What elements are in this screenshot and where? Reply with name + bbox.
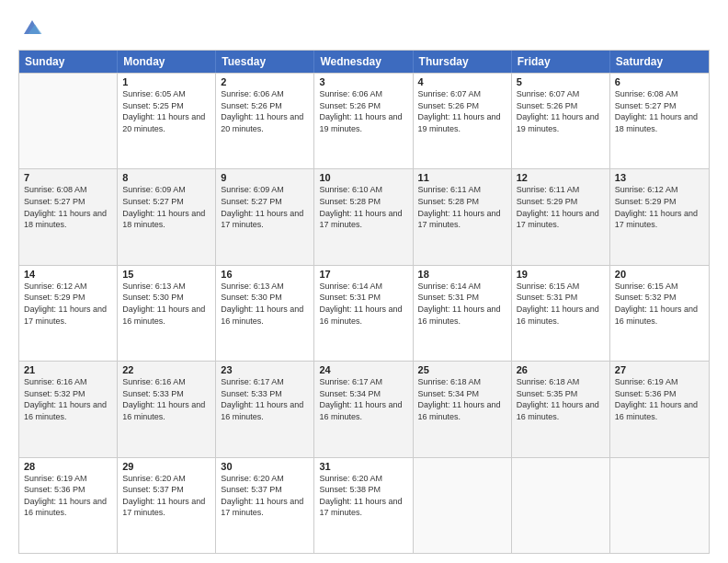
sun-info: Sunrise: 6:07 AMSunset: 5:26 PMDaylight:… bbox=[418, 88, 506, 134]
day-number: 23 bbox=[221, 364, 309, 375]
calendar-cell: 7Sunrise: 6:08 AMSunset: 5:27 PMDaylight… bbox=[19, 169, 118, 264]
calendar-cell: 25Sunrise: 6:18 AMSunset: 5:34 PMDayligh… bbox=[414, 362, 512, 456]
day-number: 24 bbox=[319, 364, 407, 375]
day-number: 4 bbox=[418, 76, 506, 87]
calendar-cell: 8Sunrise: 6:09 AMSunset: 5:27 PMDaylight… bbox=[118, 169, 216, 264]
day-number: 21 bbox=[24, 364, 112, 375]
calendar-row: 21Sunrise: 6:16 AMSunset: 5:32 PMDayligh… bbox=[19, 361, 709, 456]
calendar-cell: 1Sunrise: 6:05 AMSunset: 5:25 PMDaylight… bbox=[118, 74, 216, 168]
sun-info: Sunrise: 6:06 AMSunset: 5:26 PMDaylight:… bbox=[319, 88, 407, 134]
day-number: 17 bbox=[319, 269, 407, 280]
calendar-cell: 24Sunrise: 6:17 AMSunset: 5:34 PMDayligh… bbox=[314, 362, 413, 456]
day-number: 27 bbox=[615, 364, 704, 375]
day-number: 31 bbox=[319, 461, 407, 472]
calendar-header: SundayMondayTuesdayWednesdayThursdayFrid… bbox=[19, 51, 709, 73]
sun-info: Sunrise: 6:13 AMSunset: 5:30 PMDaylight:… bbox=[122, 281, 210, 327]
day-number: 18 bbox=[418, 269, 506, 280]
calendar: SundayMondayTuesdayWednesdayThursdayFrid… bbox=[18, 50, 710, 554]
day-number: 19 bbox=[517, 269, 605, 280]
sun-info: Sunrise: 6:18 AMSunset: 5:34 PMDaylight:… bbox=[418, 376, 506, 422]
day-number: 30 bbox=[221, 461, 309, 472]
calendar-cell: 2Sunrise: 6:06 AMSunset: 5:26 PMDaylight… bbox=[216, 74, 314, 168]
sun-info: Sunrise: 6:16 AMSunset: 5:33 PMDaylight:… bbox=[122, 376, 210, 422]
calendar-cell: 19Sunrise: 6:15 AMSunset: 5:31 PMDayligh… bbox=[512, 266, 610, 361]
sun-info: Sunrise: 6:09 AMSunset: 5:27 PMDaylight:… bbox=[122, 184, 210, 230]
day-number: 8 bbox=[122, 172, 210, 183]
calendar-cell: 20Sunrise: 6:15 AMSunset: 5:32 PMDayligh… bbox=[610, 266, 709, 361]
calendar-cell: 12Sunrise: 6:11 AMSunset: 5:29 PMDayligh… bbox=[512, 169, 610, 264]
calendar-cell: 13Sunrise: 6:12 AMSunset: 5:29 PMDayligh… bbox=[610, 169, 709, 264]
calendar-cell bbox=[19, 74, 118, 168]
calendar-cell: 17Sunrise: 6:14 AMSunset: 5:31 PMDayligh… bbox=[314, 266, 413, 361]
sun-info: Sunrise: 6:12 AMSunset: 5:29 PMDaylight:… bbox=[24, 281, 112, 327]
calendar-cell: 6Sunrise: 6:08 AMSunset: 5:27 PMDaylight… bbox=[610, 74, 709, 168]
sun-info: Sunrise: 6:14 AMSunset: 5:31 PMDaylight:… bbox=[418, 281, 506, 327]
calendar-cell: 3Sunrise: 6:06 AMSunset: 5:26 PMDaylight… bbox=[314, 74, 413, 168]
sun-info: Sunrise: 6:11 AMSunset: 5:29 PMDaylight:… bbox=[517, 184, 605, 230]
day-number: 5 bbox=[517, 76, 605, 87]
calendar-cell: 5Sunrise: 6:07 AMSunset: 5:26 PMDaylight… bbox=[512, 74, 610, 168]
sun-info: Sunrise: 6:19 AMSunset: 5:36 PMDaylight:… bbox=[615, 376, 704, 422]
calendar-cell: 27Sunrise: 6:19 AMSunset: 5:36 PMDayligh… bbox=[610, 362, 709, 456]
logo bbox=[18, 15, 50, 42]
sun-info: Sunrise: 6:17 AMSunset: 5:33 PMDaylight:… bbox=[221, 376, 309, 422]
sun-info: Sunrise: 6:12 AMSunset: 5:29 PMDaylight:… bbox=[615, 184, 704, 230]
day-number: 10 bbox=[319, 172, 407, 183]
calendar-cell: 31Sunrise: 6:20 AMSunset: 5:38 PMDayligh… bbox=[314, 458, 413, 553]
sun-info: Sunrise: 6:20 AMSunset: 5:38 PMDaylight:… bbox=[319, 473, 407, 519]
sun-info: Sunrise: 6:19 AMSunset: 5:36 PMDaylight:… bbox=[24, 473, 112, 519]
day-number: 7 bbox=[24, 172, 112, 183]
logo-icon bbox=[18, 15, 46, 42]
sun-info: Sunrise: 6:16 AMSunset: 5:32 PMDaylight:… bbox=[24, 376, 112, 422]
sun-info: Sunrise: 6:20 AMSunset: 5:37 PMDaylight:… bbox=[122, 473, 210, 519]
calendar-cell: 30Sunrise: 6:20 AMSunset: 5:37 PMDayligh… bbox=[216, 458, 314, 553]
calendar-cell: 15Sunrise: 6:13 AMSunset: 5:30 PMDayligh… bbox=[118, 266, 216, 361]
sun-info: Sunrise: 6:15 AMSunset: 5:32 PMDaylight:… bbox=[615, 281, 704, 327]
sun-info: Sunrise: 6:11 AMSunset: 5:28 PMDaylight:… bbox=[418, 184, 506, 230]
day-number: 12 bbox=[517, 172, 605, 183]
day-number: 15 bbox=[122, 269, 210, 280]
calendar-row: 28Sunrise: 6:19 AMSunset: 5:36 PMDayligh… bbox=[19, 457, 709, 553]
header bbox=[18, 15, 710, 42]
day-number: 14 bbox=[24, 269, 112, 280]
weekday-header: Wednesday bbox=[314, 51, 413, 73]
day-number: 16 bbox=[221, 269, 309, 280]
calendar-row: 1Sunrise: 6:05 AMSunset: 5:25 PMDaylight… bbox=[19, 73, 709, 168]
calendar-cell: 16Sunrise: 6:13 AMSunset: 5:30 PMDayligh… bbox=[216, 266, 314, 361]
sun-info: Sunrise: 6:09 AMSunset: 5:27 PMDaylight:… bbox=[221, 184, 309, 230]
calendar-body: 1Sunrise: 6:05 AMSunset: 5:25 PMDaylight… bbox=[19, 73, 709, 553]
sun-info: Sunrise: 6:08 AMSunset: 5:27 PMDaylight:… bbox=[615, 88, 704, 134]
sun-info: Sunrise: 6:10 AMSunset: 5:28 PMDaylight:… bbox=[319, 184, 407, 230]
calendar-cell: 14Sunrise: 6:12 AMSunset: 5:29 PMDayligh… bbox=[19, 266, 118, 361]
calendar-cell: 11Sunrise: 6:11 AMSunset: 5:28 PMDayligh… bbox=[414, 169, 512, 264]
calendar-cell: 9Sunrise: 6:09 AMSunset: 5:27 PMDaylight… bbox=[216, 169, 314, 264]
calendar-cell: 10Sunrise: 6:10 AMSunset: 5:28 PMDayligh… bbox=[314, 169, 413, 264]
day-number: 3 bbox=[319, 76, 407, 87]
calendar-row: 14Sunrise: 6:12 AMSunset: 5:29 PMDayligh… bbox=[19, 265, 709, 361]
day-number: 2 bbox=[221, 76, 309, 87]
calendar-cell: 28Sunrise: 6:19 AMSunset: 5:36 PMDayligh… bbox=[19, 458, 118, 553]
day-number: 25 bbox=[418, 364, 506, 375]
weekday-header: Thursday bbox=[414, 51, 512, 73]
sun-info: Sunrise: 6:18 AMSunset: 5:35 PMDaylight:… bbox=[517, 376, 605, 422]
calendar-cell: 23Sunrise: 6:17 AMSunset: 5:33 PMDayligh… bbox=[216, 362, 314, 456]
calendar-cell: 4Sunrise: 6:07 AMSunset: 5:26 PMDaylight… bbox=[414, 74, 512, 168]
weekday-header: Friday bbox=[512, 51, 610, 73]
weekday-header: Monday bbox=[118, 51, 216, 73]
sun-info: Sunrise: 6:05 AMSunset: 5:25 PMDaylight:… bbox=[122, 88, 210, 134]
calendar-cell: 26Sunrise: 6:18 AMSunset: 5:35 PMDayligh… bbox=[512, 362, 610, 456]
sun-info: Sunrise: 6:08 AMSunset: 5:27 PMDaylight:… bbox=[24, 184, 112, 230]
day-number: 11 bbox=[418, 172, 506, 183]
day-number: 9 bbox=[221, 172, 309, 183]
sun-info: Sunrise: 6:14 AMSunset: 5:31 PMDaylight:… bbox=[319, 281, 407, 327]
weekday-header: Saturday bbox=[610, 51, 709, 73]
calendar-cell bbox=[512, 458, 610, 553]
sun-info: Sunrise: 6:15 AMSunset: 5:31 PMDaylight:… bbox=[517, 281, 605, 327]
weekday-header: Tuesday bbox=[216, 51, 314, 73]
sun-info: Sunrise: 6:06 AMSunset: 5:26 PMDaylight:… bbox=[221, 88, 309, 134]
sun-info: Sunrise: 6:13 AMSunset: 5:30 PMDaylight:… bbox=[221, 281, 309, 327]
day-number: 28 bbox=[24, 461, 112, 472]
sun-info: Sunrise: 6:20 AMSunset: 5:37 PMDaylight:… bbox=[221, 473, 309, 519]
day-number: 13 bbox=[615, 172, 704, 183]
calendar-row: 7Sunrise: 6:08 AMSunset: 5:27 PMDaylight… bbox=[19, 168, 709, 264]
